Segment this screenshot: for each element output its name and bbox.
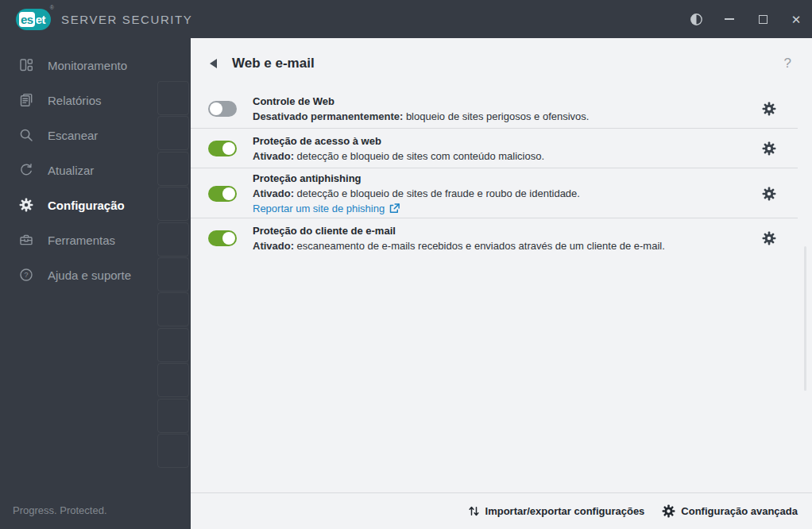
status-label: Ativado: <box>253 187 294 199</box>
advanced-setup-label: Configuração avançada <box>681 505 798 517</box>
maximize-icon <box>759 15 768 24</box>
controle-de-web-toggle[interactable] <box>208 101 237 117</box>
reports-icon <box>18 92 34 108</box>
sidebar-item-label: Relatórios <box>48 94 102 107</box>
toggle-knob <box>210 102 222 115</box>
status-label: Ativado: <box>253 150 294 162</box>
sidebar-item-escanear[interactable]: Escanear <box>0 118 191 153</box>
sidebar-item-ferramentas[interactable]: Ferramentas <box>0 222 191 257</box>
protecao-antiphishing-toggle[interactable] <box>208 186 237 202</box>
sidebar-item-atualizar[interactable]: Atualizar <box>0 153 191 187</box>
dashboard-icon <box>18 57 34 73</box>
logo-es-text: es <box>19 12 35 27</box>
sidebar-row-outline <box>157 292 189 326</box>
registered-mark: ® <box>50 5 54 10</box>
gear-icon <box>762 187 776 201</box>
sidebar-row-outline <box>157 328 189 362</box>
eset-logo: eset ® <box>16 9 51 30</box>
protecao-acesso-web-settings-button[interactable] <box>762 141 776 156</box>
back-icon <box>210 59 217 68</box>
setting-row-protecao-cliente-email: Proteção do cliente de e-mail Ativado: e… <box>191 218 812 258</box>
setting-title: Proteção de acesso à web <box>253 133 762 149</box>
status-label: Ativado: <box>253 240 294 252</box>
toggle-knob <box>222 232 235 245</box>
setting-row-controle-de-web: Controle de Web Desativado permanentemen… <box>191 89 812 129</box>
setting-title: Controle de Web <box>253 94 762 109</box>
app-window: eset ® SERVER SECURITY ✕ <box>0 0 812 529</box>
setting-row-protecao-antiphishing: Proteção antiphishing Ativado: detecção … <box>191 168 812 218</box>
protecao-cliente-email-toggle[interactable] <box>208 230 237 246</box>
brand-title: SERVER SECURITY <box>61 13 192 26</box>
close-icon: ✕ <box>791 14 802 25</box>
titlebar: eset ® SERVER SECURITY ✕ <box>0 0 812 38</box>
protecao-cliente-email-settings-button[interactable] <box>762 231 776 245</box>
sidebar-item-relatorios[interactable]: Relatórios <box>0 83 191 118</box>
back-button[interactable] <box>210 54 226 73</box>
scrollbar[interactable] <box>804 246 806 391</box>
gear-icon <box>18 197 34 213</box>
maximize-button[interactable] <box>751 8 775 30</box>
toggle-knob <box>222 142 235 155</box>
scan-icon <box>18 127 34 143</box>
sidebar: Monitoramento Relatórios <box>0 38 191 529</box>
import-export-label: Importar/exportar configurações <box>485 505 645 517</box>
setting-status: Ativado: detecção e bloqueio de sites de… <box>253 186 762 201</box>
gear-icon <box>762 141 776 156</box>
status-text: escaneamento de e-mails recebidos e envi… <box>294 240 665 252</box>
setting-row-protecao-acesso-web: Proteção de acesso à web Ativado: detecç… <box>191 129 812 168</box>
tagline: Progress. Protected. <box>13 504 107 516</box>
setting-title: Proteção antiphishing <box>253 171 762 186</box>
controle-de-web-settings-button[interactable] <box>762 102 776 116</box>
svg-text:?: ? <box>24 270 28 279</box>
update-icon <box>18 162 34 178</box>
logo-et-text: et <box>36 13 45 26</box>
page-header: Web e e-mail ? <box>191 38 812 89</box>
sidebar-item-ajuda[interactable]: ? Ajuda e suporte <box>0 257 191 292</box>
sidebar-row-outline <box>157 434 189 468</box>
sidebar-item-label: Monitoramento <box>48 59 127 72</box>
sidebar-item-configuracao[interactable]: Configuração <box>0 187 191 222</box>
theme-contrast-button[interactable] <box>684 8 708 30</box>
sidebar-item-label: Escanear <box>48 129 98 142</box>
toolbox-icon <box>18 232 34 248</box>
import-export-button[interactable]: Importar/exportar configurações <box>468 505 645 517</box>
sidebar-item-label: Ferramentas <box>48 234 115 247</box>
status-text: bloqueio de sites perigosos e ofensivos. <box>403 110 589 122</box>
gear-icon <box>762 102 776 116</box>
protecao-antiphishing-settings-button[interactable] <box>762 187 776 201</box>
advanced-setup-button[interactable]: Configuração avançada <box>662 504 798 518</box>
report-phishing-link[interactable]: Reportar um site de phishing <box>253 201 400 216</box>
toggle-knob <box>222 187 235 200</box>
sidebar-item-label: Configuração <box>48 199 125 212</box>
close-button[interactable]: ✕ <box>784 8 808 30</box>
sidebar-item-label: Ajuda e suporte <box>48 268 131 282</box>
contrast-icon <box>690 13 703 26</box>
setting-status: Ativado: escaneamento de e-mails recebid… <box>253 238 762 253</box>
window-controls: ✕ <box>684 8 812 30</box>
bottom-action-bar: Importar/exportar configurações Configur… <box>191 492 812 529</box>
help-button[interactable]: ? <box>784 56 791 71</box>
empty-area <box>191 258 812 492</box>
minimize-button[interactable] <box>717 8 741 30</box>
link-text: Reportar um site de phishing <box>253 201 385 216</box>
main-panel: Web e e-mail ? Controle de Web Desativad… <box>191 38 812 529</box>
setting-status: Ativado: detecção e bloqueio de sites co… <box>253 149 762 164</box>
external-link-icon <box>389 203 400 214</box>
status-label: Desativado permanentemente: <box>253 110 403 122</box>
sidebar-item-label: Atualizar <box>48 164 94 177</box>
protecao-acesso-web-toggle[interactable] <box>208 141 237 156</box>
gear-icon <box>762 231 776 245</box>
minimize-icon <box>725 18 734 20</box>
sidebar-row-outline <box>157 399 189 433</box>
status-text: detecção e bloqueio de sites de fraude e… <box>294 187 580 199</box>
import-export-icon <box>468 505 480 517</box>
sidebar-item-monitoramento[interactable]: Monitoramento <box>0 48 191 83</box>
status-text: detecção e bloqueio de sites com conteúd… <box>294 150 544 162</box>
setting-title: Proteção do cliente de e-mail <box>253 223 762 238</box>
page-title: Web e e-mail <box>232 56 315 71</box>
setting-status: Desativado permanentemente: bloqueio de … <box>253 109 762 124</box>
sidebar-row-outline <box>157 363 189 397</box>
help-icon: ? <box>18 267 34 283</box>
gear-icon <box>662 504 675 518</box>
